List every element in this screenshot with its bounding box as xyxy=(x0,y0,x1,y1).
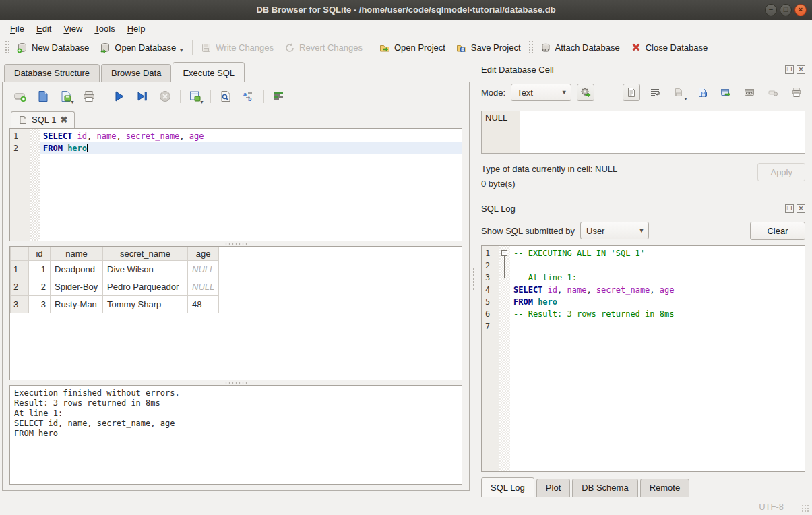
cell-age[interactable]: NULL xyxy=(188,261,219,278)
row-header[interactable]: 2 xyxy=(11,278,29,296)
mode-auto-button[interactable] xyxy=(577,84,594,101)
cell-name[interactable]: Spider-Boy xyxy=(51,278,103,296)
close-database-button[interactable]: Close Database xyxy=(625,40,714,56)
tab-database-structure[interactable]: Database Structure xyxy=(4,64,100,82)
editor-line-1: SELECT id, name, secret_name, age xyxy=(40,130,462,142)
copy-link-button[interactable] xyxy=(741,84,758,101)
print-cell-button[interactable] xyxy=(788,84,805,101)
tab-sql-1[interactable]: SQL 1 ✖ xyxy=(11,111,75,128)
cell-secret_name[interactable]: Tommy Sharp xyxy=(103,296,188,313)
cell-name[interactable]: Deadpond xyxy=(51,261,103,278)
row-header[interactable]: 3 xyxy=(11,296,29,313)
cell-editor[interactable]: NULL xyxy=(481,111,805,154)
stop-icon xyxy=(158,90,172,103)
menu-edit[interactable]: Edit xyxy=(30,22,57,36)
save-sql-dropdown-icon[interactable]: ▼ xyxy=(70,100,75,104)
float-dock-button[interactable]: ❐ xyxy=(785,204,794,213)
dock-tab-plot[interactable]: Plot xyxy=(536,479,570,497)
svg-text:b: b xyxy=(248,96,252,102)
open-database-dropdown-icon[interactable]: ▼ xyxy=(179,47,184,53)
title-bar: DB Browser for SQLite - /home/user/code/… xyxy=(0,0,812,20)
new-sql-tab-button[interactable] xyxy=(12,88,28,104)
dock-splitter[interactable] xyxy=(470,59,478,497)
column-header-age[interactable]: age xyxy=(188,247,219,261)
cell-age[interactable]: NULL xyxy=(188,278,219,296)
execute-line-button[interactable] xyxy=(134,88,150,104)
toolbar-drag-handle[interactable] xyxy=(528,40,533,55)
toolbar-separator xyxy=(180,90,181,103)
toolbar-drag-handle[interactable] xyxy=(5,40,9,55)
dock-tab-remote[interactable]: Remote xyxy=(640,479,690,497)
dock-tab-sql-log[interactable]: SQL Log xyxy=(481,477,534,497)
mode-select[interactable]: Text ▼ xyxy=(511,84,571,101)
auto-format-button[interactable] xyxy=(271,88,287,104)
word-wrap-button[interactable] xyxy=(646,84,664,101)
main-toolbar: New Database Open Database ▼ Write Chang… xyxy=(0,36,812,59)
cell-age[interactable]: 48 xyxy=(188,296,219,313)
results-grid: idnamesecret_nameage11DeadpondDive Wilso… xyxy=(9,246,462,380)
revert-changes-button[interactable]: Revert Changes xyxy=(279,40,368,56)
log-fold-margin[interactable]: − xyxy=(499,246,510,471)
submitted-by-select[interactable]: User ▼ xyxy=(580,222,649,239)
log-line-numbers: 1234567 xyxy=(482,246,499,471)
execute-all-button[interactable] xyxy=(111,88,127,104)
cell-id[interactable]: 3 xyxy=(29,296,51,313)
open-database-button[interactable]: Open Database ▼ xyxy=(94,40,189,56)
stop-button[interactable] xyxy=(157,88,173,104)
text-mode-button[interactable] xyxy=(623,84,640,101)
menu-file[interactable]: File xyxy=(4,22,30,36)
open-sql-file-button[interactable] xyxy=(35,88,51,104)
save-as-button[interactable] xyxy=(693,84,711,101)
import-data-button[interactable]: ▼ xyxy=(670,84,687,101)
set-null-button[interactable] xyxy=(764,84,782,101)
write-changes-button[interactable]: Write Changes xyxy=(195,40,279,56)
menu-view[interactable]: View xyxy=(57,22,88,36)
column-header-id[interactable]: id xyxy=(29,247,51,261)
log-line-5: FROM hero xyxy=(510,296,805,308)
print-sql-button[interactable] xyxy=(81,88,97,104)
column-header-name[interactable]: name xyxy=(51,247,103,261)
cell-name[interactable]: Rusty-Man xyxy=(51,296,103,313)
editor-results-splitter[interactable] xyxy=(9,241,462,246)
editor-code-area[interactable]: SELECT id, name, secret_name, ageFROM he… xyxy=(40,129,462,241)
cell-secret_name[interactable]: Pedro Parqueador xyxy=(103,278,188,296)
tab-execute-sql[interactable]: Execute SQL xyxy=(173,62,245,82)
resize-grip-icon[interactable] xyxy=(801,504,809,512)
menu-tools[interactable]: Tools xyxy=(88,22,121,36)
tab-browse-data[interactable]: Browse Data xyxy=(101,64,171,82)
find-button[interactable] xyxy=(218,88,234,104)
close-dock-button[interactable]: ✕ xyxy=(797,65,805,74)
find-replace-button[interactable]: ab xyxy=(241,88,257,104)
apply-button[interactable]: Apply xyxy=(757,163,805,181)
cell-id[interactable]: 1 xyxy=(29,261,51,278)
close-button[interactable]: × xyxy=(794,4,807,16)
copy-link-icon xyxy=(744,87,755,98)
open-project-button[interactable]: Open Project xyxy=(374,40,451,56)
export-results-dropdown-icon[interactable]: ▼ xyxy=(199,100,204,104)
cell-id[interactable]: 2 xyxy=(29,278,51,296)
new-database-button[interactable]: New Database xyxy=(11,40,94,56)
sql-editor[interactable]: 12 SELECT id, name, secret_name, ageFROM… xyxy=(9,128,462,241)
execute-line-icon xyxy=(135,90,149,103)
maximize-button[interactable]: □ xyxy=(780,4,792,16)
dock-tab-db-schema[interactable]: DB Schema xyxy=(572,479,637,497)
cell-editor-content[interactable] xyxy=(520,111,805,153)
row-header[interactable]: 1 xyxy=(11,261,29,278)
float-dock-button[interactable]: ❐ xyxy=(785,65,794,74)
attach-database-button[interactable]: Attach Database xyxy=(535,40,625,56)
cell-secret_name[interactable]: Dive Wilson xyxy=(103,261,188,278)
column-header-secret_name[interactable]: secret_name xyxy=(103,247,188,261)
export-results-button[interactable]: ▼ xyxy=(187,88,204,104)
open-external-button[interactable] xyxy=(717,84,735,101)
menu-help[interactable]: Help xyxy=(121,22,152,36)
minimize-button[interactable]: − xyxy=(765,4,777,16)
results-message-splitter[interactable] xyxy=(9,380,462,385)
save-sql-file-button[interactable]: ▼ xyxy=(58,88,74,104)
fold-collapse-icon[interactable]: − xyxy=(501,250,507,256)
save-project-button[interactable]: Save Project xyxy=(451,40,526,56)
sql-log-controls: Show SQL submitted by User ▼ Clear xyxy=(481,220,805,241)
close-sql-tab-icon[interactable]: ✖ xyxy=(60,115,67,125)
mode-auto-icon xyxy=(580,86,592,98)
clear-button[interactable]: Clear xyxy=(750,222,805,240)
close-dock-button[interactable]: ✕ xyxy=(797,204,805,213)
